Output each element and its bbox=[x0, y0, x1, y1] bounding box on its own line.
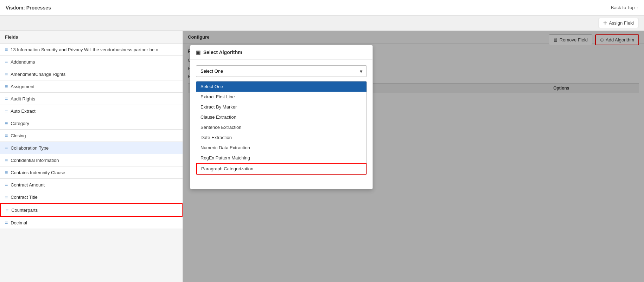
field-item-amendment-change-rights[interactable]: ≡AmendmentChange Rights bbox=[0, 68, 183, 80]
document-icon: ≡ bbox=[5, 145, 8, 151]
document-icon: ≡ bbox=[5, 194, 8, 200]
field-item-label: Closing bbox=[11, 133, 26, 138]
field-item-collaboration-type[interactable]: ≡Collaboration Type bbox=[0, 142, 183, 154]
modal-body: Select OneExtract First LineExtract By M… bbox=[190, 60, 372, 181]
arrow-up-icon: ↑ bbox=[636, 5, 639, 10]
field-item-confidential-information[interactable]: ≡Confidential Information bbox=[0, 154, 183, 166]
field-item-contract-title[interactable]: ≡Contract Title bbox=[0, 191, 183, 203]
field-item-label: Decimal bbox=[11, 220, 27, 225]
modal-overlay: ▣ Select Algorithm Select OneExtract Fir… bbox=[183, 31, 644, 282]
fields-header: Fields bbox=[0, 31, 183, 44]
modal-title: Select Algorithm bbox=[203, 50, 242, 55]
field-item-label: Contract Amount bbox=[11, 182, 45, 188]
document-icon: ≡ bbox=[5, 170, 8, 175]
field-item-label: Category bbox=[11, 121, 29, 126]
document-icon: ≡ bbox=[5, 157, 8, 163]
modal-header: ▣ Select Algorithm bbox=[190, 45, 372, 60]
document-icon: ≡ bbox=[5, 84, 8, 89]
dropdown-item-select-one[interactable]: Select One bbox=[196, 81, 366, 92]
back-to-top-button[interactable]: Back to Top ↑ bbox=[611, 5, 638, 10]
dropdown-item-date-extraction[interactable]: Date Extraction bbox=[196, 132, 366, 143]
dropdown-item-extract-by-marker[interactable]: Extract By Marker bbox=[196, 102, 366, 112]
document-icon: ≡ bbox=[5, 47, 8, 52]
field-item-label: AmendmentChange Rights bbox=[11, 72, 65, 77]
field-item-contains-indemnity-clause[interactable]: ≡Contains Indemnity Clause bbox=[0, 166, 183, 179]
dropdown-item-paragraph-categorization[interactable]: Paragraph Categorization bbox=[196, 163, 366, 175]
toolbar: ✛ Assign Field bbox=[0, 15, 644, 31]
modal-footer bbox=[190, 181, 372, 189]
dropdown-item-clause-extraction[interactable]: Clause Extraction bbox=[196, 112, 366, 122]
field-item-label: Contract Title bbox=[11, 195, 38, 200]
document-icon: ≡ bbox=[5, 108, 8, 114]
field-item-label: Collaboration Type bbox=[11, 145, 49, 151]
field-item-audit-rights[interactable]: ≡Audit Rights bbox=[0, 93, 183, 105]
select-container: Select OneExtract First LineExtract By M… bbox=[196, 65, 367, 77]
algorithm-select[interactable]: Select OneExtract First LineExtract By M… bbox=[196, 65, 367, 77]
field-item-decimal[interactable]: ≡Decimal bbox=[0, 217, 183, 229]
document-icon: ≡ bbox=[5, 71, 8, 77]
modal-icon: ▣ bbox=[196, 50, 200, 55]
assign-field-button[interactable]: ✛ Assign Field bbox=[599, 18, 638, 28]
document-icon: ≡ bbox=[5, 133, 8, 138]
field-item-label: Auto Extract bbox=[11, 109, 36, 114]
document-icon: ≡ bbox=[5, 59, 8, 65]
plus-icon: ✛ bbox=[603, 20, 607, 26]
dropdown-item-regex-pattern-matching[interactable]: RegEx Pattern Matching bbox=[196, 153, 366, 163]
field-item-label: Counterparts bbox=[11, 208, 38, 213]
document-icon: ≡ bbox=[6, 207, 8, 213]
dropdown-item-sentence-extraction[interactable]: Sentence Extraction bbox=[196, 122, 366, 132]
field-item-label: Contains Indemnity Clause bbox=[11, 170, 65, 175]
top-bar: Visdom: Processes Back to Top ↑ bbox=[0, 0, 644, 15]
field-item-counterparts[interactable]: ≡Counterparts bbox=[0, 203, 183, 217]
select-algorithm-modal: ▣ Select Algorithm Select OneExtract Fir… bbox=[190, 45, 373, 189]
field-item-category[interactable]: ≡Category bbox=[0, 117, 183, 130]
document-icon: ≡ bbox=[5, 220, 8, 225]
document-icon: ≡ bbox=[5, 120, 8, 126]
document-icon: ≡ bbox=[5, 182, 8, 188]
field-item-label: Confidential Information bbox=[11, 158, 59, 163]
fields-panel: Fields ≡13 Information Security and Priv… bbox=[0, 31, 183, 282]
field-item-auto-extract[interactable]: ≡Auto Extract bbox=[0, 105, 183, 117]
algorithm-dropdown-list: Select OneExtract First LineExtract By M… bbox=[196, 81, 367, 175]
configure-panel: Configure 🗑 Remove Field ⊕ Add Algorithm… bbox=[183, 31, 644, 282]
field-item-label: 13 Information Security and Privacy Will… bbox=[11, 47, 158, 52]
field-item-info-security[interactable]: ≡13 Information Security and Privacy Wil… bbox=[0, 44, 183, 56]
assign-field-label: Assign Field bbox=[609, 20, 634, 26]
field-item-addendums[interactable]: ≡Addendums bbox=[0, 56, 183, 68]
dropdown-item-extract-first-line[interactable]: Extract First Line bbox=[196, 92, 366, 102]
field-item-contract-amount[interactable]: ≡Contract Amount bbox=[0, 179, 183, 191]
field-item-assignment[interactable]: ≡Assignment bbox=[0, 80, 183, 93]
field-item-label: Addendums bbox=[11, 59, 35, 65]
main-layout: Fields ≡13 Information Security and Priv… bbox=[0, 31, 644, 282]
fields-list: ≡13 Information Security and Privacy Wil… bbox=[0, 44, 183, 282]
field-item-closing[interactable]: ≡Closing bbox=[0, 130, 183, 142]
document-icon: ≡ bbox=[5, 96, 8, 101]
app-title: Visdom: Processes bbox=[6, 5, 51, 11]
back-to-top-label: Back to Top bbox=[611, 5, 635, 10]
field-item-label: Assignment bbox=[11, 84, 34, 89]
field-item-label: Audit Rights bbox=[11, 96, 35, 101]
dropdown-item-numeric-data-extraction[interactable]: Numeric Data Extraction bbox=[196, 143, 366, 153]
